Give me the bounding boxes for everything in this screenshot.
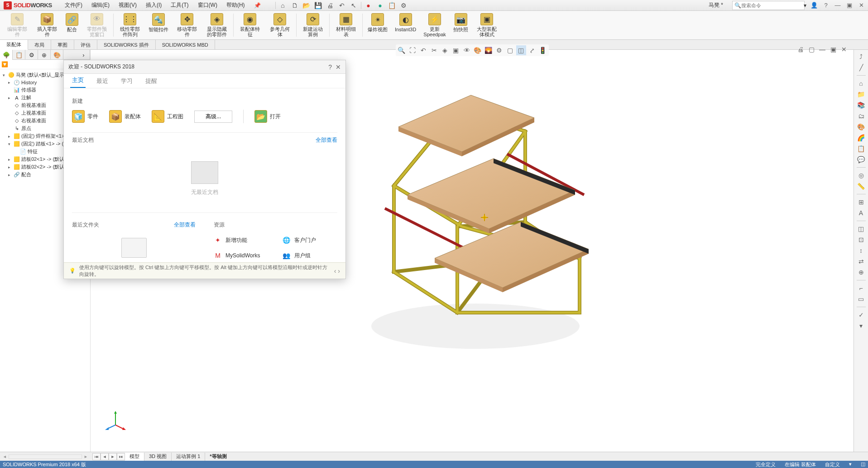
menu-view[interactable]: 视图(V) — [114, 0, 141, 11]
ribbon-insert-component[interactable]: 📦插入零部件 — [33, 12, 62, 39]
expand-icon[interactable]: ▸ — [8, 173, 14, 177]
expand-icon[interactable]: ▸ — [8, 134, 14, 139]
rt-check-icon[interactable]: ✓ — [855, 310, 867, 320]
tab-evaluate[interactable]: 评估 — [74, 40, 97, 50]
menu-tools[interactable]: 工具(T) — [166, 0, 193, 11]
tab-next-icon[interactable]: ► — [109, 453, 117, 460]
rt-custom-props-icon[interactable]: 📋 — [855, 144, 867, 154]
tip-next-icon[interactable]: › — [338, 267, 340, 275]
rt-target-icon[interactable]: ◎ — [855, 170, 867, 180]
select-icon[interactable]: ↖ — [348, 1, 359, 10]
dialog-tab-recent[interactable]: 最近 — [95, 77, 110, 88]
help-icon[interactable]: ? — [821, 1, 831, 10]
open-button[interactable]: 📂打开 — [254, 110, 281, 123]
ribbon-update-speedpak[interactable]: ⚡更新Speedpak — [420, 12, 449, 39]
bottom-tab-3d-view[interactable]: 3D 视图 — [144, 453, 172, 461]
new-drawing-button[interactable]: 📐工程图 — [152, 110, 183, 123]
menu-pin-icon[interactable]: 📌 — [249, 0, 265, 11]
rt-arrow-up-icon[interactable]: ⤴ — [855, 52, 867, 62]
dialog-help-icon[interactable]: ? — [328, 63, 332, 71]
search-dropdown-icon[interactable]: ▾ — [804, 2, 806, 9]
status-custom[interactable]: 自定义 — [825, 461, 840, 468]
fm-tab-expand-icon[interactable]: › — [77, 50, 90, 60]
doc-window-icon[interactable]: ▢ — [806, 44, 816, 54]
rt-measure-icon[interactable]: 📏 — [855, 181, 867, 191]
status-cell-icon[interactable]: ◫ — [861, 461, 865, 468]
ribbon-smart-fasteners[interactable]: 🔩智能扣件 — [145, 12, 172, 39]
bottom-tab-motion[interactable]: 运动算例 1 — [172, 453, 205, 461]
rt-extra4-icon[interactable]: ⇄ — [855, 256, 867, 266]
tab-sketch[interactable]: 草图 — [51, 40, 74, 50]
options-icon[interactable]: 📋 — [387, 1, 398, 10]
collapse-icon[interactable]: ▾ — [3, 73, 8, 77]
horizontal-scrollbar[interactable] — [9, 454, 82, 459]
menu-edit[interactable]: 编辑(E) — [87, 0, 114, 11]
resource-customer-portal[interactable]: 🌐客户门户 — [283, 232, 338, 248]
view-all-folders-link[interactable]: 全部查看 — [174, 221, 196, 229]
display-style-icon[interactable]: ▣ — [451, 45, 461, 55]
new-icon[interactable]: 🗋 — [289, 1, 300, 10]
open-icon[interactable]: 📂 — [301, 1, 312, 10]
ribbon-mate[interactable]: 🔗配合 — [62, 12, 82, 39]
expand-icon[interactable]: ▸ — [8, 96, 14, 100]
tab-sw-addins[interactable]: SOLIDWORKS 插件 — [97, 40, 156, 50]
expand-icon[interactable]: ▸ — [8, 165, 14, 169]
search-command-box[interactable]: 🔍 ▾ — [732, 1, 805, 10]
rt-home-icon[interactable]: ⌂ — [855, 78, 867, 88]
hscroll-right-icon[interactable]: ► — [84, 454, 88, 459]
tab-sw-mbd[interactable]: SOLIDWORKS MBD — [156, 40, 215, 50]
menu-file[interactable]: 文件(F) — [60, 0, 87, 11]
prev-view-icon[interactable]: ↶ — [418, 45, 428, 55]
rt-file-explorer-icon[interactable]: 🗂 — [855, 111, 867, 121]
resource-mysolidworks[interactable]: MMySolidWorks — [214, 248, 269, 262]
undo-icon[interactable]: ↶ — [336, 1, 347, 10]
rt-sw-resources-icon[interactable]: 📁 — [855, 89, 867, 99]
hide-show-icon[interactable]: 👁 — [462, 45, 472, 55]
ribbon-bom[interactable]: ▦材料明细表 — [331, 12, 360, 39]
doc-maximize-icon[interactable]: ▣ — [828, 44, 838, 54]
ribbon-assembly-features[interactable]: ◉装配体特征 — [235, 12, 264, 39]
rt-extra5-icon[interactable]: ⊕ — [855, 267, 867, 277]
rt-view-palette-icon[interactable]: 🎨 — [855, 122, 867, 132]
rebuild-red-icon[interactable]: ● — [363, 1, 374, 10]
filter-icon[interactable]: 🔽 — [1, 61, 8, 68]
ribbon-reference-geometry[interactable]: ◇参考几何体 — [265, 12, 294, 39]
ribbon-large-assembly[interactable]: ▣大型装配体模式 — [472, 12, 501, 39]
rt-grid-icon[interactable]: ⊞ — [855, 197, 867, 207]
cube-icon[interactable]: ◫ — [516, 45, 526, 55]
tab-first-icon[interactable]: ⏮ — [92, 453, 101, 460]
print-icon[interactable]: 🖨 — [325, 1, 336, 10]
view-orientation-icon[interactable]: ◈ — [440, 45, 450, 55]
tab-prev-icon[interactable]: ◄ — [101, 453, 109, 460]
tab-assembly[interactable]: 装配体 — [0, 40, 28, 50]
status-dropdown-icon[interactable]: ▾ — [849, 461, 852, 468]
fm-tab-dimx-icon[interactable]: ⊕ — [38, 50, 51, 60]
ribbon-snapshot[interactable]: 📷拍快照 — [450, 12, 471, 39]
resource-whatsnew[interactable]: ✦新增功能 — [214, 232, 269, 248]
rt-corner-icon[interactable]: ⌐ — [855, 283, 867, 293]
hscroll-left-icon[interactable]: ◄ — [3, 454, 7, 459]
dialog-titlebar[interactable]: 欢迎 - SOLIDWORKS 2018 ? ✕ — [64, 60, 345, 74]
rt-dropdown-icon[interactable]: ▾ — [855, 321, 867, 331]
rt-extra2-icon[interactable]: ⊡ — [855, 235, 867, 245]
traffic-light-icon[interactable]: 🚦 — [538, 45, 548, 55]
doc-minimize-icon[interactable]: — — [817, 44, 827, 54]
minimize-icon[interactable]: — — [833, 1, 843, 10]
ribbon-move-component[interactable]: ✥移动零部件 — [173, 12, 201, 39]
new-assembly-button[interactable]: 📦装配体 — [109, 110, 141, 123]
menu-window[interactable]: 窗口(W) — [193, 0, 222, 11]
expand-icon[interactable]: ▸ — [8, 80, 14, 85]
tab-last-icon[interactable]: ⏭ — [117, 453, 125, 460]
collapse-icon[interactable]: ▾ — [8, 142, 14, 146]
fm-tab-tree-icon[interactable]: 🌳 — [0, 50, 13, 60]
restore-icon[interactable]: ▣ — [844, 1, 854, 10]
rt-dimension-icon[interactable]: A — [855, 208, 867, 218]
rt-forum-icon[interactable]: 💬 — [855, 154, 867, 164]
menu-insert[interactable]: 插入(I) — [141, 0, 166, 11]
ribbon-instant3d[interactable]: ◐Instant3D — [392, 12, 419, 39]
fm-tab-config-icon[interactable]: ⚙ — [25, 50, 38, 60]
dialog-close-icon[interactable]: ✕ — [336, 63, 341, 71]
triad-icon[interactable]: ⤤ — [527, 45, 537, 55]
rebuild-green-icon[interactable]: ● — [375, 1, 386, 10]
ribbon-exploded-view[interactable]: ✴爆炸视图 — [364, 12, 391, 39]
